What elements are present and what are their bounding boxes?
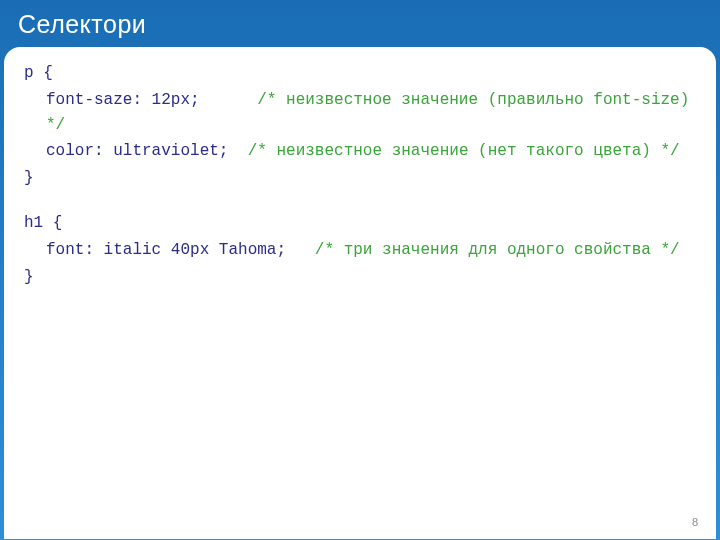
code-line: p { <box>24 61 696 86</box>
page-number: 8 <box>692 514 698 531</box>
code-comment: /* три значения для одного свойства */ <box>315 241 680 259</box>
code-text: color: ultraviolet; <box>46 142 248 160</box>
code-line: h1 { <box>24 211 696 236</box>
code-line: font: italic 40px Tahoma; /* три значени… <box>24 238 696 263</box>
code-line: font-saze: 12px; /* неизвестное значение… <box>24 88 696 138</box>
code-line: } <box>24 265 696 290</box>
slide-title: Селектори <box>18 10 702 39</box>
code-line: color: ultraviolet; /* неизвестное значе… <box>24 139 696 164</box>
code-line: } <box>24 166 696 191</box>
slide-header: Селектори <box>0 0 720 47</box>
code-comment: /* неизвестное значение (нет такого цвет… <box>248 142 680 160</box>
slide-content: p { font-saze: 12px; /* неизвестное знач… <box>4 47 716 539</box>
code-text: font: italic 40px Tahoma; <box>46 241 315 259</box>
blank-line <box>24 193 696 211</box>
code-text: font-saze: 12px; <box>46 91 257 109</box>
